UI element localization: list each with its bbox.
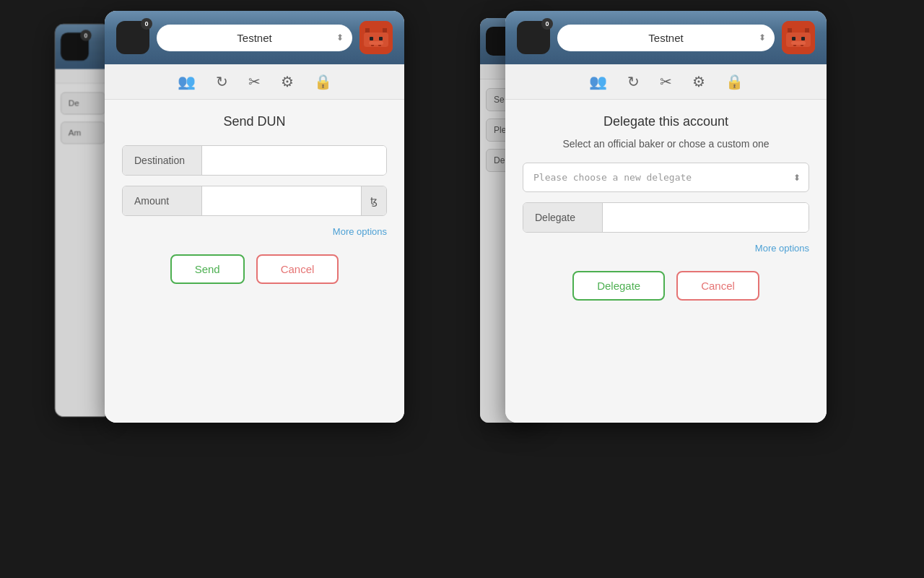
settings-icon-right[interactable]: ⚙ bbox=[692, 73, 705, 90]
network-select-left[interactable]: Testnet bbox=[157, 25, 352, 51]
settings-icon[interactable]: ⚙ bbox=[281, 73, 294, 90]
refresh-icon[interactable]: ↻ bbox=[216, 73, 228, 90]
svg-rect-8 bbox=[369, 41, 383, 45]
amount-suffix: ꜩ bbox=[361, 186, 386, 215]
tools-icon-right[interactable]: ✂ bbox=[660, 73, 672, 90]
delegate-field: Delegate bbox=[523, 202, 809, 233]
more-options-link-right[interactable]: More options bbox=[523, 243, 809, 254]
svg-rect-5 bbox=[379, 37, 383, 40]
svg-rect-4 bbox=[370, 37, 373, 40]
amount-input[interactable] bbox=[202, 186, 361, 215]
lock-icon-right[interactable]: 🔒 bbox=[725, 73, 744, 90]
svg-rect-14 bbox=[801, 37, 805, 40]
delegate-button[interactable]: Delegate bbox=[572, 271, 665, 301]
cancel-button-right[interactable]: Cancel bbox=[676, 271, 759, 301]
refresh-icon-right[interactable]: ↻ bbox=[627, 73, 640, 90]
svg-rect-13 bbox=[792, 37, 796, 40]
svg-rect-2 bbox=[383, 28, 387, 33]
users-icon-right[interactable]: 👥 bbox=[589, 73, 607, 90]
amount-field: Amount ꜩ bbox=[122, 186, 387, 216]
svg-rect-17 bbox=[791, 41, 806, 45]
delegate-input[interactable] bbox=[603, 203, 808, 232]
delegate-dropdown[interactable]: Please choose a new delegate bbox=[523, 163, 809, 192]
badge-right-front: 0 bbox=[541, 18, 553, 30]
tools-icon[interactable]: ✂ bbox=[248, 73, 261, 90]
delegate-dialog-title: Delegate this account bbox=[523, 114, 809, 129]
more-options-link-left[interactable]: More options bbox=[122, 226, 387, 237]
network-select-right[interactable]: Testnet bbox=[557, 25, 775, 51]
amount-label: Amount bbox=[123, 186, 202, 215]
destination-field: Destination bbox=[122, 145, 387, 176]
send-dialog-title: Send DUN bbox=[122, 114, 387, 129]
badge-left-behind: 0 bbox=[80, 30, 92, 41]
delegate-subtitle: Select an official baker or chose a cust… bbox=[523, 138, 809, 150]
delegate-select-wrapper: Please choose a new delegate bbox=[523, 163, 809, 192]
svg-rect-11 bbox=[805, 28, 809, 33]
cancel-button-left[interactable]: Cancel bbox=[256, 254, 339, 284]
delegate-field-label: Delegate bbox=[523, 203, 603, 232]
badge-left-front: 0 bbox=[141, 18, 152, 30]
svg-rect-10 bbox=[788, 28, 792, 33]
lock-icon[interactable]: 🔒 bbox=[314, 73, 332, 90]
svg-rect-1 bbox=[365, 28, 370, 33]
destination-label: Destination bbox=[123, 146, 202, 175]
send-button[interactable]: Send bbox=[170, 254, 245, 284]
destination-input[interactable] bbox=[202, 146, 386, 175]
users-icon[interactable]: 👥 bbox=[178, 73, 196, 90]
